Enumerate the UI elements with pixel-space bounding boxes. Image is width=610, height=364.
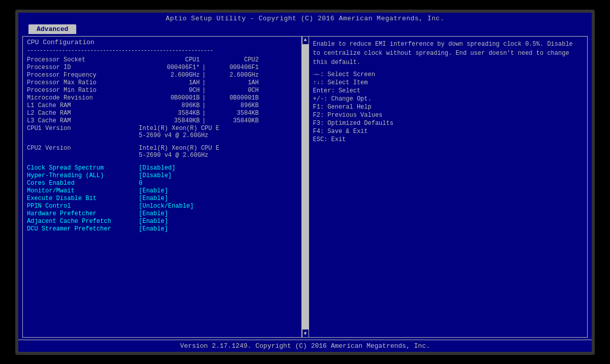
title-text: Aptio Setup Utility - Copyright (C) 2016… (166, 15, 444, 22)
label-l1: L1 Cache RAM (27, 102, 139, 109)
values-l1: 896KB | 896KB (139, 102, 297, 109)
row-hardware-prefetch[interactable]: Hardware Prefetcher [Enable] (27, 210, 297, 217)
row-hyperthreading[interactable]: Hyper-Threading (ALL) [Disable] (27, 172, 297, 179)
values-processor-max: 1AH | 1AH (139, 79, 297, 86)
scroll-up-icon[interactable]: ▲ (303, 37, 307, 43)
label-adjacent-cache: Adjacent Cache Prefetch (27, 218, 139, 225)
keybind-select-item: ↑↓: Select Item (313, 79, 584, 86)
keybind-f3: F3: Optimized Defaults (313, 120, 584, 127)
label-hardware-prefetch: Hardware Prefetcher (27, 210, 139, 217)
label-processor-min: Processor Min Ratio (27, 87, 139, 94)
row-l2: L2 Cache RAM 3584KB | 3584KB (27, 110, 297, 117)
keybind-f2: F2: Previous Values (313, 112, 584, 119)
row-ppin[interactable]: PPIN Control [Unlock/Enable] (27, 203, 297, 210)
row-processor-min: Processor Min Ratio 0CH | 0CH (27, 87, 297, 94)
values-l2: 3584KB | 3584KB (139, 110, 297, 117)
values-cpu1-version: Intel(R) Xeon(R) CPU E 5-2690 v4 @ 2.60G… (139, 125, 297, 139)
scroll-down-icon[interactable]: ▼ (303, 330, 307, 337)
keybind-enter: Enter: Select (313, 87, 584, 94)
row-processor-id: Processor ID 000406F1* | 000406F1 (27, 64, 297, 71)
main-content: CPU Configuration ----------------------… (18, 34, 592, 340)
row-cpu1-version: CPU1 Version Intel(R) Xeon(R) CPU E 5-26… (27, 125, 297, 139)
help-panel: Enable to reduce EMI interference by dow… (309, 36, 588, 338)
values-cpu2-version: Intel(R) Xeon(R) CPU E 5-2690 v4 @ 2.60G… (139, 145, 297, 159)
values-processor-freq: 2.600GHz | 2.600GHz (139, 72, 297, 79)
scroll-thumb[interactable] (302, 44, 309, 329)
label-microcode: Microcode Revision (27, 94, 139, 102)
keybind-esc: ESC: Exit (313, 136, 584, 143)
keybind-select-screen: →←: Select Screen (313, 71, 584, 78)
label-clock-spread: Clock Spread Spectrum (27, 164, 139, 172)
section-title: CPU Configuration (27, 39, 297, 46)
left-panel: CPU Configuration ----------------------… (22, 36, 302, 338)
value-hyperthreading: [Disable] (139, 172, 297, 179)
bios-screen: Aptio Setup Utility - Copyright (C) 2016… (15, 10, 595, 355)
row-adjacent-cache[interactable]: Adjacent Cache Prefetch [Enable] (27, 218, 297, 225)
label-l3: L3 Cache RAM (27, 117, 139, 124)
row-cpu2-version: CPU2 Version Intel(R) Xeon(R) CPU E 5-26… (27, 145, 297, 159)
row-microcode: Microcode Revision 0B00001B | 0B00001B (27, 94, 297, 102)
row-processor-freq: Processor Frequency 2.600GHz | 2.600GHz (27, 72, 297, 79)
label-processor-freq: Processor Frequency (27, 72, 139, 79)
label-dcu-streamer: DCU Streamer Prefetcher (27, 225, 139, 233)
value-monitor-mwait: [Enable] (139, 187, 297, 194)
label-ppin: PPIN Control (27, 203, 139, 210)
label-cores-enabled: Cores Enabled (27, 180, 139, 187)
footer-text: Version 2.17.1249. Copyright (C) 2016 Am… (180, 342, 430, 350)
value-cores-enabled: 0 (139, 180, 297, 187)
values-processor-socket: CPU1 CPU2 (139, 56, 297, 63)
row-clock-spread[interactable]: Clock Spread Spectrum [Disabled] (27, 164, 297, 172)
value-dcu-streamer: [Enable] (139, 225, 297, 233)
keybind-change: +/-: Change Opt. (313, 95, 584, 103)
row-monitor-mwait[interactable]: Monitor/Mwait [Enable] (27, 187, 297, 194)
value-execute-disable: [Enable] (139, 195, 297, 202)
keybindings: →←: Select Screen ↑↓: Select Item Enter:… (313, 71, 584, 143)
label-hyperthreading: Hyper-Threading (ALL) (27, 172, 139, 179)
label-processor-id: Processor ID (27, 64, 139, 71)
label-processor-max: Processor Max Ratio (27, 79, 139, 86)
row-processor-socket: Processor Socket CPU1 CPU2 (27, 56, 297, 63)
value-ppin: [Unlock/Enable] (139, 203, 297, 210)
scrollbar[interactable]: ▲ ▼ (302, 36, 309, 338)
label-execute-disable: Execute Disable Bit (27, 195, 139, 202)
value-hardware-prefetch: [Enable] (139, 210, 297, 217)
keybind-f4: F4: Save & Exit (313, 128, 584, 135)
label-l2: L2 Cache RAM (27, 110, 139, 117)
row-execute-disable[interactable]: Execute Disable Bit [Enable] (27, 195, 297, 202)
label-cpu2-version: CPU2 Version (27, 145, 139, 159)
value-clock-spread: [Disabled] (139, 164, 297, 172)
label-cpu1-version: CPU1 Version (27, 125, 139, 139)
row-l3: L3 Cache RAM 35840KB | 35840KB (27, 117, 297, 124)
tab-row: Advanced (18, 24, 592, 34)
values-processor-min: 0CH | 0CH (139, 87, 297, 94)
values-processor-id: 000406F1* | 000406F1 (139, 64, 297, 71)
row-dcu-streamer[interactable]: DCU Streamer Prefetcher [Enable] (27, 225, 297, 233)
row-l1: L1 Cache RAM 896KB | 896KB (27, 102, 297, 109)
divider: ----------------------------------------… (27, 47, 297, 54)
row-processor-max: Processor Max Ratio 1AH | 1AH (27, 79, 297, 86)
values-microcode: 0B00001B | 0B00001B (139, 94, 297, 102)
value-adjacent-cache: [Enable] (139, 218, 297, 225)
title-bar: Aptio Setup Utility - Copyright (C) 2016… (18, 13, 592, 24)
row-cores-enabled[interactable]: Cores Enabled 0 (27, 180, 297, 187)
keybind-f1: F1: General Help (313, 104, 584, 111)
help-text: Enable to reduce EMI interference by dow… (313, 40, 584, 67)
tab-advanced[interactable]: Advanced (28, 24, 76, 34)
label-monitor-mwait: Monitor/Mwait (27, 187, 139, 194)
values-l3: 35840KB | 35840KB (139, 117, 297, 124)
footer: Version 2.17.1249. Copyright (C) 2016 Am… (18, 340, 592, 352)
label-processor-socket: Processor Socket (27, 56, 139, 63)
